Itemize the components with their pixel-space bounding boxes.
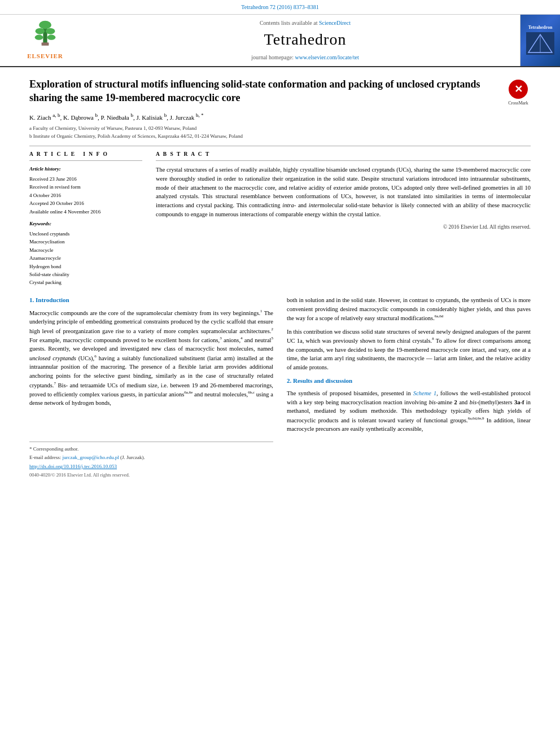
results-paragraph-1: The synthesis of proposed bisamides, pre…	[287, 389, 531, 434]
received-revised-label: Received in revised form	[29, 183, 142, 191]
crossmark-label: CrossMark	[508, 100, 528, 107]
article-info-col: A R T I C L E I N F O Article history: R…	[29, 151, 142, 287]
svg-rect-6	[42, 42, 49, 46]
elsevier-logo: ELSEVIER	[27, 20, 63, 61]
revised-date: 4 October 2016	[29, 191, 142, 199]
intro-section-title: 1. Introduction	[29, 296, 273, 305]
homepage-line: journal homepage: www.elsevier.com/locat…	[251, 54, 358, 62]
contents-line: Contents lists available at ScienceDirec…	[260, 19, 351, 28]
intro-paragraph-3: In this contribution we discuss solid st…	[287, 327, 531, 372]
cover-art-icon	[526, 32, 554, 55]
received-date: Received 23 June 2016	[29, 175, 142, 183]
journal-name: Tetrahedron	[264, 28, 347, 51]
footnote-corresponding: * Corresponding author.	[29, 445, 273, 453]
results-section-title: 2. Results and discussion	[287, 377, 531, 386]
svg-point-1	[39, 21, 51, 29]
article-info-abstract-row: A R T I C L E I N F O Article history: R…	[29, 151, 531, 287]
article-content: Exploration of structural motifs influen…	[0, 67, 560, 488]
body-col-right: both in solution and in the solid state.…	[287, 296, 531, 479]
crossmark-icon: ✕	[509, 80, 528, 99]
history-label: Article history:	[29, 165, 142, 173]
elsevier-wordmark: ELSEVIER	[27, 52, 63, 61]
crossmark-badge[interactable]: ✕ CrossMark	[506, 80, 531, 107]
copyright-line: © 2016 Elsevier Ltd. All rights reserved…	[156, 224, 531, 231]
intro-paragraph-1: Macrocyclic compounds are the core of th…	[29, 308, 273, 408]
svg-point-5	[47, 34, 56, 40]
authors-line: K. Ziach a, b, K. Dąbrowa b, P. Niedbała…	[29, 112, 531, 123]
journal-header: ELSEVIER Contents lists available at Sci…	[0, 15, 560, 68]
keyword-5: Hydrogen bond	[29, 263, 142, 270]
analyzed-word: analyzed	[156, 193, 177, 199]
authors-text: K. Ziach a, b, K. Dąbrowa b, P. Niedbała…	[29, 114, 204, 121]
abstract-heading: A B S T R A C T	[156, 151, 531, 161]
svg-point-3	[46, 28, 55, 34]
body-col-left: 1. Introduction Macrocyclic compounds ar…	[29, 296, 273, 479]
email-link[interactable]: jurczak_group@icho.edu.pl	[62, 455, 119, 460]
affiliation-b: b Institute of Organic Chemistry, Polish…	[29, 133, 531, 141]
section-divider	[29, 146, 531, 146]
accepted-date: Accepted 20 October 2016	[29, 199, 142, 207]
issn-line: 0040-4020/© 2016 Elsevier Ltd. All right…	[29, 471, 273, 478]
footnotes: * Corresponding author. E-mail address: …	[29, 442, 273, 479]
elsevier-logo-area: ELSEVIER	[0, 15, 90, 67]
keyword-6: Solid-state chirality	[29, 270, 142, 278]
article-info-heading: A R T I C L E I N F O	[29, 151, 142, 161]
intro-paragraph-2: both in solution and in the solid state.…	[287, 296, 531, 323]
elsevier-tree-icon	[28, 20, 62, 51]
journal-citation-bar: Tetrahedron 72 (2016) 8373–8381	[0, 0, 560, 15]
scheme1-ref[interactable]: Scheme 1	[413, 390, 436, 396]
available-date: Available online 4 November 2016	[29, 208, 142, 216]
body-text-area: 1. Introduction Macrocyclic compounds ar…	[29, 296, 531, 479]
doi-link[interactable]: http://dx.doi.org/10.1016/j.tec.2016.10.…	[29, 463, 273, 470]
svg-point-4	[35, 34, 43, 40]
keyword-3: Macrocycle	[29, 246, 142, 254]
keyword-2: Macrocyclisation	[29, 238, 142, 246]
svg-point-2	[36, 28, 45, 34]
journal-cover-thumbnail: Tetrahedron	[520, 15, 560, 67]
affiliation-a: a Faculty of Chemistry, University of Wa…	[29, 125, 531, 133]
title-row: Exploration of structural motifs influen…	[29, 77, 531, 107]
footnote-area-left: * Corresponding author. E-mail address: …	[29, 442, 273, 479]
affiliations: a Faculty of Chemistry, University of Wa…	[29, 125, 531, 140]
page: Tetrahedron 72 (2016) 8373–8381 ELSEVIER	[0, 0, 560, 747]
journal-header-main: Contents lists available at ScienceDirec…	[90, 15, 520, 67]
keywords-label: Keywords:	[29, 220, 142, 228]
sciencedirect-link[interactable]: ScienceDirect	[319, 20, 351, 26]
abstract-text: The crystal structures of a series of re…	[156, 165, 531, 219]
journal-citation: Tetrahedron 72 (2016) 8373–8381	[241, 4, 318, 10]
abstract-col: A B S T R A C T The crystal structures o…	[156, 151, 531, 287]
homepage-url[interactable]: www.elsevier.com/locate/tet	[295, 54, 359, 60]
keyword-4: Azamacrocycle	[29, 254, 142, 262]
keyword-1: Unclosed cryptands	[29, 230, 142, 238]
footnote-email: E-mail address: jurczak_group@icho.edu.p…	[29, 454, 273, 461]
keyword-7: Crystal packing	[29, 278, 142, 286]
article-title: Exploration of structural motifs influen…	[29, 77, 499, 105]
body-two-col: 1. Introduction Macrocyclic compounds ar…	[29, 296, 531, 479]
